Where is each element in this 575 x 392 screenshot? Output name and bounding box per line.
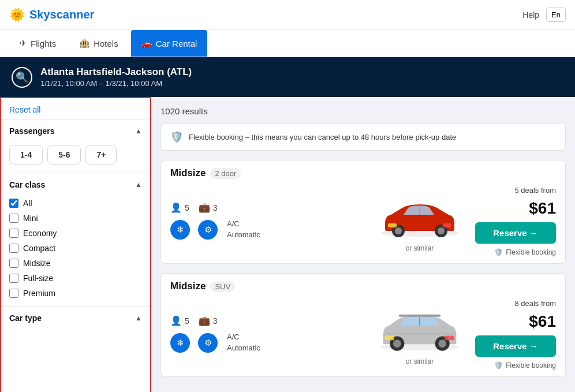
pax-5-6[interactable]: 5-6 bbox=[47, 145, 81, 165]
reserve-button-1[interactable]: Reserve → bbox=[475, 335, 556, 357]
car-svg-0 bbox=[376, 192, 463, 241]
car-class-chevron: ▲ bbox=[135, 181, 142, 189]
car-class-list: All Mini Economy Compact Midsize bbox=[1, 196, 150, 306]
class-mini[interactable]: Mini bbox=[9, 214, 142, 223]
tab-car-rental-label: Car Rental bbox=[156, 39, 197, 48]
car-subtype-0: 2 door bbox=[210, 168, 241, 179]
car-features-0: 👤 5 💼 3 ❄ ⚙ A/C Automatic bbox=[170, 202, 364, 240]
car-class-label: Car class bbox=[9, 180, 45, 189]
tab-car-rental[interactable]: 🚗 Car Rental bbox=[131, 30, 208, 57]
car-similar-0: or similar bbox=[406, 244, 434, 252]
sidebar: Reset all Passengers ▲ 1-4 5-6 7+ Car cl… bbox=[0, 97, 151, 392]
passenger-buttons: 1-4 5-6 7+ bbox=[1, 143, 150, 173]
class-fullsize-checkbox[interactable] bbox=[9, 274, 18, 283]
class-premium-checkbox[interactable] bbox=[9, 289, 18, 298]
class-mini-checkbox[interactable] bbox=[9, 214, 18, 223]
results-count: 1020 results bbox=[160, 106, 566, 116]
flex-label-1: Flexible booking bbox=[506, 361, 556, 369]
svg-point-14 bbox=[438, 339, 446, 348]
class-mini-label: Mini bbox=[23, 214, 38, 223]
car-type-header[interactable]: Car type ▲ bbox=[1, 307, 150, 330]
search-location: Atlanta Hartsfield-Jackson (ATL) bbox=[40, 66, 192, 78]
car-image-0 bbox=[376, 190, 463, 242]
class-fullsize[interactable]: Full-size bbox=[9, 274, 142, 283]
bag-icon-1: 💼 bbox=[199, 315, 210, 326]
help-link[interactable]: Help bbox=[522, 10, 539, 20]
class-all[interactable]: All bbox=[9, 199, 142, 208]
shield-icon-0: 🛡️ bbox=[494, 248, 503, 256]
pax-7-plus[interactable]: 7+ bbox=[85, 145, 117, 165]
ac-auto-1: ❄ ⚙ A/C Automatic bbox=[170, 332, 364, 353]
car-type-0: Midsize bbox=[170, 167, 206, 179]
class-midsize-checkbox[interactable] bbox=[9, 259, 18, 268]
car-type-row-0: Midsize 2 door bbox=[170, 167, 556, 179]
svg-rect-16 bbox=[445, 336, 454, 341]
car-type-row-1: Midsize SUV bbox=[170, 281, 556, 292]
flex-booking-small-1: 🛡️ Flexible booking bbox=[494, 361, 556, 369]
top-nav-right: Help En bbox=[522, 8, 566, 22]
seats-count-0: 5 bbox=[185, 203, 189, 212]
search-info: Atlanta Hartsfield-Jackson (ATL) 1/1/21,… bbox=[40, 66, 192, 88]
svg-rect-6 bbox=[388, 223, 397, 227]
svg-point-3 bbox=[395, 227, 402, 234]
passengers-header[interactable]: Passengers ▲ bbox=[1, 120, 150, 143]
car-price-area-1: 8 deals from $61 Reserve → 🛡️ Flexible b… bbox=[475, 299, 556, 369]
class-all-checkbox[interactable] bbox=[9, 199, 18, 208]
class-midsize[interactable]: Midsize bbox=[9, 259, 142, 268]
svg-point-12 bbox=[393, 339, 401, 348]
car-card-1-body: 👤 5 💼 3 ❄ ⚙ A/C Automatic bbox=[161, 292, 565, 376]
class-economy-checkbox[interactable] bbox=[9, 229, 18, 238]
svg-rect-15 bbox=[385, 336, 394, 341]
price-1: $61 bbox=[529, 312, 556, 331]
main-layout: Reset all Passengers ▲ 1-4 5-6 7+ Car cl… bbox=[0, 97, 575, 392]
tab-hotels[interactable]: 🏨 Hotels bbox=[69, 30, 129, 57]
tab-hotels-label: Hotels bbox=[94, 39, 118, 48]
pax-1-4[interactable]: 1-4 bbox=[9, 145, 43, 165]
deals-text-1: 8 deals from bbox=[514, 299, 556, 308]
car-subtype-1: SUV bbox=[210, 281, 235, 292]
tab-flights-label: Flights bbox=[31, 39, 56, 48]
flex-booking-banner: 🛡️ Flexible booking – this means you can… bbox=[160, 123, 566, 151]
search-icon[interactable]: 🔍 bbox=[12, 67, 32, 88]
sun-icon: 🌞 bbox=[9, 8, 25, 23]
transmission-label-1: Automatic bbox=[227, 343, 260, 353]
car-type-1: Midsize bbox=[170, 281, 206, 292]
tab-flights[interactable]: ✈ Flights bbox=[9, 30, 66, 57]
car-class-section: Car class ▲ All Mini Economy Co bbox=[1, 173, 150, 306]
ac-icon-1: ❄ bbox=[170, 333, 190, 353]
reset-all-button[interactable]: Reset all bbox=[1, 98, 150, 119]
passengers-section: Passengers ▲ 1-4 5-6 7+ bbox=[1, 119, 150, 173]
hotels-icon: 🏨 bbox=[79, 38, 90, 48]
flex-booking-small-0: 🛡️ Flexible booking bbox=[494, 248, 556, 256]
language-button[interactable]: En bbox=[546, 8, 566, 22]
car-type-chevron: ▲ bbox=[135, 314, 142, 322]
svg-point-5 bbox=[438, 227, 445, 234]
class-economy-label: Economy bbox=[23, 229, 57, 238]
price-0: $61 bbox=[529, 199, 556, 218]
reserve-button-0[interactable]: Reserve → bbox=[475, 222, 556, 244]
ac-auto-0: ❄ ⚙ A/C Automatic bbox=[170, 219, 364, 240]
class-economy[interactable]: Economy bbox=[9, 229, 142, 238]
car-similar-1: or similar bbox=[406, 357, 434, 365]
class-premium[interactable]: Premium bbox=[9, 289, 142, 298]
car-card-1-header: Midsize SUV bbox=[161, 274, 565, 292]
car-card-0-header: Midsize 2 door bbox=[161, 160, 565, 179]
bags-count-1: 3 bbox=[213, 316, 218, 326]
class-premium-label: Premium bbox=[23, 289, 55, 298]
ac-auto-text-1: A/C Automatic bbox=[227, 332, 260, 353]
car-class-header[interactable]: Car class ▲ bbox=[1, 173, 150, 196]
class-midsize-label: Midsize bbox=[23, 259, 50, 268]
results-area: 1020 results 🛡️ Flexible booking – this … bbox=[151, 97, 575, 392]
auto-icon-0: ⚙ bbox=[198, 220, 218, 240]
svg-rect-9 bbox=[399, 315, 441, 317]
person-icon-0: 👤 bbox=[170, 202, 182, 213]
class-all-label: All bbox=[23, 199, 32, 208]
class-compact-checkbox[interactable] bbox=[9, 244, 18, 253]
seats-count-1: 5 bbox=[185, 316, 189, 326]
car-rental-icon: 🚗 bbox=[141, 38, 152, 48]
auto-icon-1: ⚙ bbox=[198, 333, 218, 353]
car-features-1: 👤 5 💼 3 ❄ ⚙ A/C Automatic bbox=[170, 315, 364, 353]
class-compact[interactable]: Compact bbox=[9, 244, 142, 253]
class-compact-label: Compact bbox=[23, 244, 55, 253]
transmission-label-0: Automatic bbox=[227, 230, 260, 240]
